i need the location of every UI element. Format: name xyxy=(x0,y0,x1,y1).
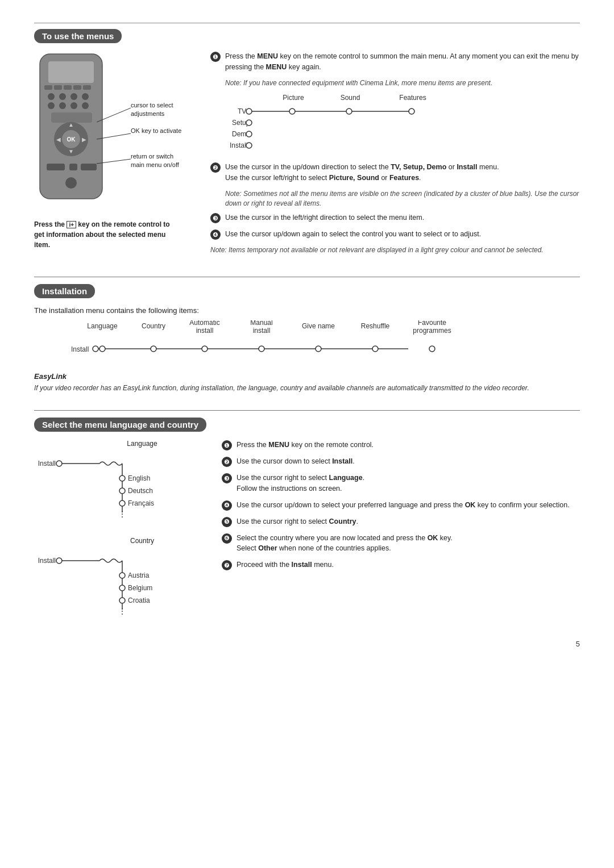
step3-text: Use the cursor in the left/right directi… xyxy=(225,212,424,223)
svg-text:▲: ▲ xyxy=(68,122,74,128)
s3-step5: ❺ Use the cursor right to select Country… xyxy=(222,516,580,527)
svg-text:Deutsch: Deutsch xyxy=(128,487,153,495)
svg-text:Install: Install xyxy=(38,460,56,468)
step4-num: ❹ xyxy=(210,229,221,240)
s3-step4-text: Use the cursor up/down to select your pr… xyxy=(237,500,570,511)
section2-title: Installation xyxy=(34,284,95,298)
section-installation: Installation The installation menu conta… xyxy=(34,277,580,393)
svg-text:◀: ◀ xyxy=(56,136,61,143)
s3-step3-text: Use the cursor right to select Language.… xyxy=(237,473,364,494)
s3-step2: ❷ Use the cursor down to select Install. xyxy=(222,456,580,467)
final-note: Note: Items temporary not available or n… xyxy=(210,245,580,255)
svg-text:English: English xyxy=(128,474,150,482)
svg-text:▶: ▶ xyxy=(82,136,86,143)
language-tree-svg: Install English Deutsch Fra xyxy=(34,450,182,524)
section3-title: Select the menu language and country xyxy=(34,418,206,432)
step2-num: ❷ xyxy=(210,162,221,173)
svg-point-46 xyxy=(246,143,252,148)
svg-point-14 xyxy=(82,102,89,109)
svg-point-34 xyxy=(246,108,252,114)
svg-rect-1 xyxy=(48,61,94,83)
section-select-language: Select the menu language and country Lan… xyxy=(34,410,580,623)
svg-rect-23 xyxy=(47,164,65,170)
svg-text:TV: TV xyxy=(238,107,246,115)
svg-rect-6 xyxy=(83,85,91,90)
svg-rect-2 xyxy=(44,85,52,90)
s3-step6-num: ❻ xyxy=(222,533,232,544)
svg-point-42 xyxy=(246,120,252,126)
s3-step5-text: Use the cursor right to select Country. xyxy=(237,516,358,527)
s3-step3: ❸ Use the cursor right to select Languag… xyxy=(222,473,580,494)
svg-text:Belgium: Belgium xyxy=(128,584,152,592)
svg-text:Country: Country xyxy=(142,322,165,330)
s3-step2-num: ❷ xyxy=(222,457,232,467)
svg-point-9 xyxy=(70,93,77,100)
svg-rect-5 xyxy=(73,85,81,90)
s3-step4-num: ❹ xyxy=(222,500,232,511)
svg-point-64 xyxy=(316,346,321,352)
country-tree: Country Install Austria Belgi xyxy=(34,537,205,623)
language-tree: Language Install English Deut xyxy=(34,440,205,525)
section3-divider xyxy=(34,410,580,411)
svg-rect-4 xyxy=(64,85,72,90)
svg-text:Install: Install xyxy=(230,141,247,149)
svg-text:⋮: ⋮ xyxy=(118,510,126,519)
svg-point-68 xyxy=(56,461,62,466)
easylink-title: EasyLink xyxy=(34,372,580,381)
s3-step1: ❶ Press the MENU key on the remote contr… xyxy=(222,440,580,450)
svg-text:▼: ▼ xyxy=(68,148,74,155)
svg-point-79 xyxy=(56,558,62,564)
section3-content: Language Install English Deut xyxy=(34,440,580,623)
step1-text: Press the MENU key on the remote control… xyxy=(225,51,580,73)
callout-return: return or switch main menu on/off xyxy=(131,152,182,170)
svg-point-62 xyxy=(202,346,208,352)
svg-text:Reshuffle: Reshuffle xyxy=(361,322,390,330)
svg-rect-24 xyxy=(69,164,77,170)
svg-point-84 xyxy=(119,585,125,591)
svg-point-58 xyxy=(93,346,98,352)
step1-num: ❶ xyxy=(210,52,221,62)
callout-ok: OK key to activate xyxy=(131,127,181,135)
page-number: 5 xyxy=(34,640,580,648)
svg-text:⋮: ⋮ xyxy=(118,607,126,616)
svg-point-73 xyxy=(119,488,125,494)
svg-point-36 xyxy=(289,108,295,114)
s3-step5-num: ❺ xyxy=(222,517,232,527)
menu-diagram-svg: Picture Sound Features TV Setup xyxy=(225,92,464,155)
svg-point-82 xyxy=(119,573,125,578)
svg-rect-25 xyxy=(81,164,97,170)
step2-note: Note: Sometimes not all the menu items a… xyxy=(225,189,580,208)
step2: ❷ Use the cursor in the up/down directio… xyxy=(210,162,580,183)
svg-point-40 xyxy=(409,108,414,114)
section1-content: OK ▲ ▼ ◀ ▶ xyxy=(34,51,580,260)
svg-point-26 xyxy=(65,177,77,189)
svg-text:Favourite: Favourite xyxy=(418,320,446,327)
svg-point-71 xyxy=(119,475,125,481)
step4: ❹ Use the cursor up/down again to select… xyxy=(210,229,580,240)
svg-rect-3 xyxy=(54,85,62,90)
section-use-menus: To use the menus xyxy=(34,23,580,260)
s3-step7-num: ❼ xyxy=(222,560,232,570)
svg-text:install: install xyxy=(253,327,271,335)
svg-point-86 xyxy=(119,598,125,603)
step1-note: Note: If you have connected equipment wi… xyxy=(225,78,580,88)
s3-step2-text: Use the cursor down to select Install. xyxy=(237,456,355,467)
svg-text:Features: Features xyxy=(399,94,426,102)
svg-point-10 xyxy=(82,93,89,100)
svg-text:Croatia: Croatia xyxy=(128,596,150,604)
svg-point-38 xyxy=(346,108,352,114)
svg-text:Language: Language xyxy=(87,322,118,330)
svg-point-44 xyxy=(246,131,252,137)
svg-text:Install: Install xyxy=(71,345,89,353)
svg-text:Austria: Austria xyxy=(128,571,150,579)
svg-text:Automatic: Automatic xyxy=(189,320,219,327)
step2-text: Use the cursor in the up/down direction … xyxy=(225,162,499,183)
svg-point-13 xyxy=(70,102,77,109)
svg-point-63 xyxy=(259,346,264,352)
s3-step6-text: Select the country where you are now loc… xyxy=(237,533,453,554)
s3-step4: ❹ Use the cursor up/down to select your … xyxy=(222,500,580,511)
svg-point-11 xyxy=(48,102,55,109)
language-title: Language xyxy=(80,440,205,448)
svg-text:Manual: Manual xyxy=(250,320,272,327)
svg-text:OK: OK xyxy=(67,136,76,143)
